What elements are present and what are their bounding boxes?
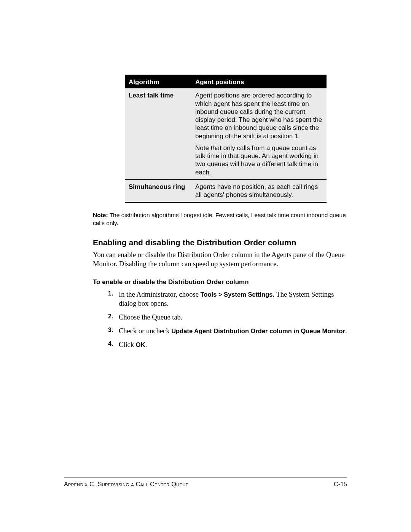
footer-appendix: Appendix C. Supervising a Call Center Qu…	[64, 481, 188, 488]
list-item: Check or uncheck Update Agent Distributi…	[108, 326, 347, 335]
list-item: Choose the Queue tab.	[108, 313, 347, 322]
cell-description: Agent positions are ordered according to…	[191, 88, 327, 179]
step-text: In the Administrator, choose	[119, 291, 201, 298]
page: Algorithm Agent positions Least talk tim…	[0, 0, 411, 532]
table-row: Simultaneous ring Agents have no positio…	[125, 179, 327, 203]
step-text: .	[345, 327, 347, 335]
step-bold: OK	[136, 341, 145, 348]
section-subheading: To enable or disable the Distribution Or…	[93, 278, 347, 286]
table-header-algorithm: Algorithm	[125, 75, 191, 89]
algorithm-table: Algorithm Agent positions Least talk tim…	[125, 75, 327, 203]
cell-algorithm: Simultaneous ring	[125, 179, 191, 203]
note-text: The distribution algorithms Longest idle…	[93, 212, 346, 226]
step-bold: Update Agent Distribution Order column i…	[171, 328, 345, 334]
list-item: In the Administrator, choose Tools > Sys…	[108, 290, 347, 308]
step-bold: Tools > System Settings	[201, 291, 273, 298]
note-paragraph: Note: The distribution algorithms Longes…	[93, 211, 347, 227]
step-text: Check or uncheck	[119, 327, 171, 335]
cell-algorithm: Least talk time	[125, 88, 191, 179]
steps-list: In the Administrator, choose Tools > Sys…	[108, 290, 347, 349]
table-row: Least talk time Agent positions are orde…	[125, 88, 327, 179]
step-text: Choose the Queue tab.	[119, 313, 183, 321]
cell-description-para: Agents have no position, as each call ri…	[195, 183, 323, 199]
list-item: Click OK.	[108, 340, 347, 349]
table-header-positions: Agent positions	[191, 75, 327, 89]
step-text: .	[145, 341, 147, 348]
note-label: Note:	[93, 212, 108, 218]
section-body: You can enable or disable the Distributi…	[93, 250, 347, 268]
cell-description: Agents have no position, as each call ri…	[191, 179, 327, 203]
page-footer: Appendix C. Supervising a Call Center Qu…	[64, 478, 347, 488]
cell-description-para: Agent positions are ordered according to…	[195, 91, 323, 140]
cell-description-para: Note that only calls from a queue count …	[195, 144, 323, 176]
footer-page-number: C-15	[334, 481, 347, 488]
section-heading: Enabling and disabling the Distribution …	[93, 238, 347, 247]
step-text: Click	[119, 341, 136, 348]
